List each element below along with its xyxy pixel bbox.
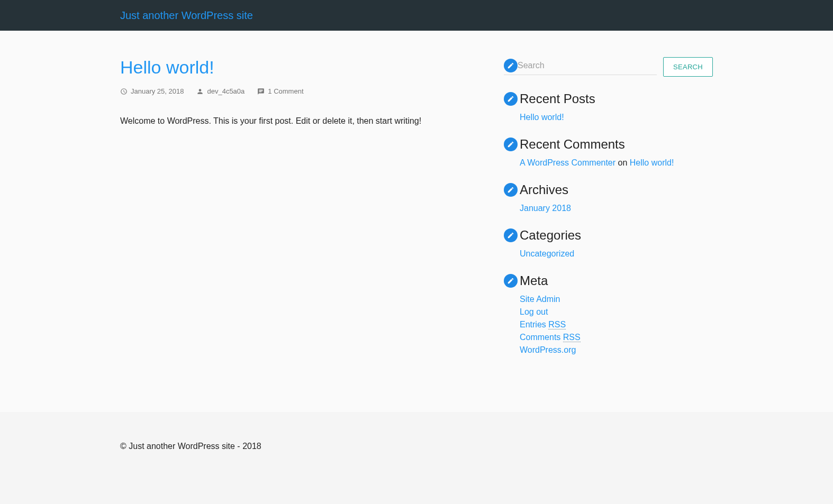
category-link[interactable]: Uncategorized xyxy=(520,249,574,258)
post-title[interactable]: Hello world! xyxy=(120,57,483,78)
rss-abbr: RSS xyxy=(548,320,566,329)
pencil-icon[interactable] xyxy=(504,274,518,288)
post-author-text: dev_4c5a0a xyxy=(207,87,245,95)
search-input[interactable] xyxy=(518,59,657,72)
site-title-link[interactable]: Just another WordPress site xyxy=(120,10,253,21)
pencil-icon[interactable] xyxy=(504,59,518,72)
pencil-icon[interactable] xyxy=(504,92,518,106)
post-title-link[interactable]: Hello world! xyxy=(120,57,214,77)
meta-prefix: Comments xyxy=(520,333,563,342)
comment-icon xyxy=(257,88,265,95)
clock-icon xyxy=(120,88,128,95)
main-content: Hello world! January 25, 2018 dev_4c5a0a xyxy=(120,57,483,370)
search-button[interactable]: SEARCH xyxy=(663,57,713,77)
person-icon xyxy=(196,88,204,95)
site-header: Just another WordPress site xyxy=(0,0,833,31)
widget-title: Meta xyxy=(520,273,548,288)
list-item: Log out xyxy=(520,307,713,317)
widget-title: Recent Posts xyxy=(520,91,595,106)
archive-link[interactable]: January 2018 xyxy=(520,204,571,213)
recent-comments-widget: Recent Comments A WordPress Commenter on… xyxy=(504,137,713,168)
post-meta: January 25, 2018 dev_4c5a0a 1 Comment xyxy=(120,87,483,95)
search-widget: SEARCH xyxy=(504,57,713,77)
meta-link-logout[interactable]: Log out xyxy=(520,307,548,316)
widget-title: Categories xyxy=(520,228,581,243)
rss-abbr: RSS xyxy=(563,333,581,342)
meta-link-wordpress-org[interactable]: WordPress.org xyxy=(520,345,576,354)
site-footer: © Just another WordPress site - 2018 xyxy=(0,412,833,504)
list-item: A WordPress Commenter on Hello world! xyxy=(520,158,713,168)
list-item: Hello world! xyxy=(520,113,713,122)
post-comments[interactable]: 1 Comment xyxy=(257,87,303,95)
footer-text: © Just another WordPress site - 2018 xyxy=(120,442,713,451)
list-item: Site Admin xyxy=(520,295,713,304)
post-comments-text: 1 Comment xyxy=(268,87,303,95)
list-item: Entries RSS xyxy=(520,320,713,329)
meta-link-entries-rss[interactable]: Entries RSS xyxy=(520,320,566,329)
meta-prefix: Entries xyxy=(520,320,548,329)
recent-posts-widget: Recent Posts Hello world! xyxy=(504,91,713,122)
sidebar: SEARCH Recent Posts Hello world! xyxy=(504,57,713,370)
meta-widget: Meta Site Admin Log out Entries RSS Comm… xyxy=(504,273,713,355)
widget-title: Recent Comments xyxy=(520,137,625,152)
post-date-text: January 25, 2018 xyxy=(131,87,184,95)
post-body: Welcome to WordPress. This is your first… xyxy=(120,114,483,128)
pencil-icon[interactable] xyxy=(504,183,518,197)
commenter-link[interactable]: A WordPress Commenter xyxy=(520,158,615,167)
comment-post-link[interactable]: Hello world! xyxy=(630,158,674,167)
pencil-icon[interactable] xyxy=(504,138,518,151)
post-date: January 25, 2018 xyxy=(120,87,184,95)
list-item: Uncategorized xyxy=(520,249,713,259)
pencil-icon[interactable] xyxy=(504,228,518,242)
meta-link-site-admin[interactable]: Site Admin xyxy=(520,295,560,304)
list-item: January 2018 xyxy=(520,204,713,213)
recent-post-link[interactable]: Hello world! xyxy=(520,113,564,122)
archives-widget: Archives January 2018 xyxy=(504,182,713,213)
meta-link-comments-rss[interactable]: Comments RSS xyxy=(520,333,581,342)
post-author[interactable]: dev_4c5a0a xyxy=(196,87,245,95)
list-item: Comments RSS xyxy=(520,333,713,342)
list-item: WordPress.org xyxy=(520,345,713,355)
categories-widget: Categories Uncategorized xyxy=(504,228,713,259)
on-text: on xyxy=(615,158,630,167)
widget-title: Archives xyxy=(520,182,568,197)
